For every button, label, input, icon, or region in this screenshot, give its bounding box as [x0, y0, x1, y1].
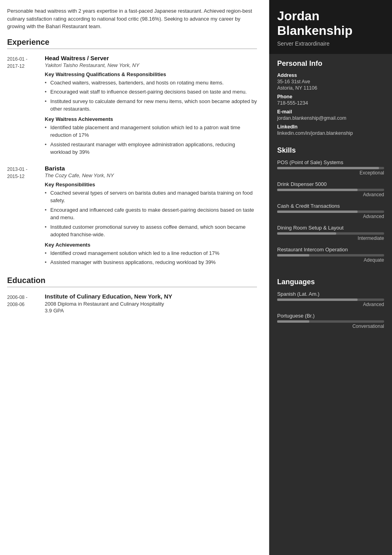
- job-title: Barista: [45, 165, 257, 172]
- bullet-item: Instituted survey to calculate demand fo…: [45, 98, 257, 113]
- linkedin-label: LinkedIn: [277, 124, 384, 130]
- edu-degree: 2008 Diploma in Restaurant and Culinary …: [45, 301, 257, 307]
- skill-name: Dining Room Setup & Layout: [277, 225, 384, 231]
- bullet-item: Encouraged wait staff to influence desse…: [45, 88, 257, 96]
- skill-bar-fill: [277, 254, 309, 256]
- company-name: The Cozy Cafe, New York, NY: [45, 172, 257, 178]
- skill-name: POS (Point of Sale) Systems: [277, 159, 384, 165]
- bullet-list: Coached waiters, waitresses, bartenders,…: [45, 79, 257, 113]
- bullet-list: Coached several types of servers on bari…: [45, 189, 257, 239]
- lang-bar-container: [277, 299, 384, 301]
- bullet-item: Coached several types of servers on bari…: [45, 189, 257, 205]
- phone-label: Phone: [277, 94, 384, 100]
- lang-name: Spanish (Lat. Am.): [277, 291, 384, 297]
- candidate-subtitle: Server Extraordinaire: [277, 40, 384, 47]
- skill-bar-container: [277, 167, 384, 169]
- skill-level: Advanced: [277, 214, 384, 219]
- experience-section: Experience 2016-01 - 2017-12Head Waitres…: [7, 38, 257, 268]
- right-header: JordanBlankenship Server Extraordinaire: [269, 0, 392, 54]
- experience-list: 2016-01 - 2017-12Head Waitress / ServerY…: [7, 55, 257, 268]
- job-details: Head Waitress / ServerYakitori Taisho Re…: [45, 55, 257, 158]
- lang-bar-container: [277, 320, 384, 323]
- candidate-name: JordanBlankenship: [277, 9, 384, 38]
- skill-bar-container: [277, 232, 384, 235]
- job-entry: 2016-01 - 2017-12Head Waitress / ServerY…: [7, 55, 257, 158]
- address-line1: 35-16 31st Ave: [277, 79, 384, 84]
- left-column: Personable head waitress with 2 years ex…: [0, 0, 269, 555]
- skills-section: Skills POS (Point of Sale) SystemsExcept…: [269, 141, 392, 272]
- education-title: Education: [7, 276, 257, 287]
- job-date: 2013-01 - 2015-12: [7, 165, 45, 268]
- edu-gpa: 3.9 GPA: [45, 308, 257, 314]
- skill-item: Restaurant Intercom OperationAdequate: [277, 247, 384, 263]
- bullet-list: Identified crowd management solution whi…: [45, 249, 257, 266]
- lang-bar-fill: [277, 299, 358, 301]
- edu-school: Institute of Culinary Education, New Yor…: [45, 293, 257, 300]
- skill-bar-fill: [277, 167, 379, 169]
- bullet-item: Assisted manager with business applicati…: [45, 258, 257, 266]
- job-date: 2016-01 - 2017-12: [7, 55, 45, 158]
- languages-section: Languages Spanish (Lat. Am.)AdvancedPort…: [269, 272, 392, 339]
- bullet-item: Encouraged and influenced cafe guests to…: [45, 206, 257, 222]
- languages-title: Languages: [277, 278, 384, 286]
- languages-list: Spanish (Lat. Am.)AdvancedPortuguese (Br…: [277, 291, 384, 329]
- lang-name: Portuguese (Br.): [277, 313, 384, 319]
- skill-level: Intermediate: [277, 235, 384, 241]
- skill-item: Cash & Credit TransactionsAdvanced: [277, 203, 384, 219]
- skill-bar-fill: [277, 232, 336, 235]
- skill-item: POS (Point of Sale) SystemsExceptional: [277, 159, 384, 176]
- bullet-item: Assisted restaurant manager with employe…: [45, 141, 257, 156]
- edu-date: 2006-08 - 2008-06: [7, 293, 45, 314]
- education-section: Education 2006-08 - 2008-06Institute of …: [7, 276, 257, 314]
- edu-entry: 2006-08 - 2008-06Institute of Culinary E…: [7, 293, 257, 314]
- summary-text: Personable head waitress with 2 years ex…: [7, 7, 257, 31]
- bullet-item: Identified crowd management solution whi…: [45, 249, 257, 257]
- address-line2: Astoria, NY 11106: [277, 85, 384, 91]
- experience-title: Experience: [7, 38, 257, 49]
- skill-name: Restaurant Intercom Operation: [277, 247, 384, 253]
- bullet-item: Identified table placement and managemen…: [45, 124, 257, 139]
- education-list: 2006-08 - 2008-06Institute of Culinary E…: [7, 293, 257, 314]
- skill-level: Adequate: [277, 257, 384, 263]
- personal-info-section: Personal Info Address 35-16 31st Ave Ast…: [269, 54, 392, 141]
- skill-bar-container: [277, 189, 384, 191]
- phone-value: 718-555-1234: [277, 100, 384, 106]
- email-value: jordan.blankenship@gmail.com: [277, 115, 384, 121]
- skill-item: Dining Room Setup & LayoutIntermediate: [277, 225, 384, 241]
- subsection-title: Key Responsibilities: [45, 182, 257, 188]
- edu-details: Institute of Culinary Education, New Yor…: [45, 293, 257, 314]
- subsection-title: Key Waitress Achievements: [45, 116, 257, 122]
- skill-item: Drink Dispenser 5000Advanced: [277, 181, 384, 197]
- skill-bar-container: [277, 254, 384, 256]
- job-entry: 2013-01 - 2015-12BaristaThe Cozy Cafe, N…: [7, 165, 257, 268]
- bullet-item: Instituted customer promotional survey t…: [45, 223, 257, 239]
- lang-bar-fill: [277, 320, 309, 323]
- skill-name: Drink Dispenser 5000: [277, 181, 384, 187]
- lang-level: Conversational: [277, 323, 384, 329]
- skill-bar-container: [277, 211, 384, 213]
- lang-item: Spanish (Lat. Am.)Advanced: [277, 291, 384, 307]
- bullet-list: Identified table placement and managemen…: [45, 124, 257, 156]
- bullet-item: Coached waiters, waitresses, bartenders,…: [45, 79, 257, 87]
- company-name: Yakitori Taisho Restaurant, New York, NY: [45, 62, 257, 68]
- skill-level: Advanced: [277, 192, 384, 197]
- address-label: Address: [277, 73, 384, 78]
- skill-bar-fill: [277, 211, 358, 213]
- email-label: E-mail: [277, 109, 384, 115]
- lang-level: Advanced: [277, 302, 384, 307]
- skills-list: POS (Point of Sale) SystemsExceptionalDr…: [277, 159, 384, 263]
- skill-bar-fill: [277, 189, 358, 191]
- personal-info-title: Personal Info: [277, 59, 384, 68]
- skill-name: Cash & Credit Transactions: [277, 203, 384, 209]
- linkedin-value: linkedin.com/in/jordan.blankenship: [277, 130, 384, 136]
- job-details: BaristaThe Cozy Cafe, New York, NYKey Re…: [45, 165, 257, 268]
- skill-level: Exceptional: [277, 170, 384, 176]
- subsection-title: Key Waitressing Qualifications & Respons…: [45, 71, 257, 77]
- right-column: JordanBlankenship Server Extraordinaire …: [269, 0, 392, 555]
- skills-title: Skills: [277, 146, 384, 155]
- subsection-title: Key Achievements: [45, 242, 257, 248]
- lang-item: Portuguese (Br.)Conversational: [277, 313, 384, 329]
- job-title: Head Waitress / Server: [45, 55, 257, 61]
